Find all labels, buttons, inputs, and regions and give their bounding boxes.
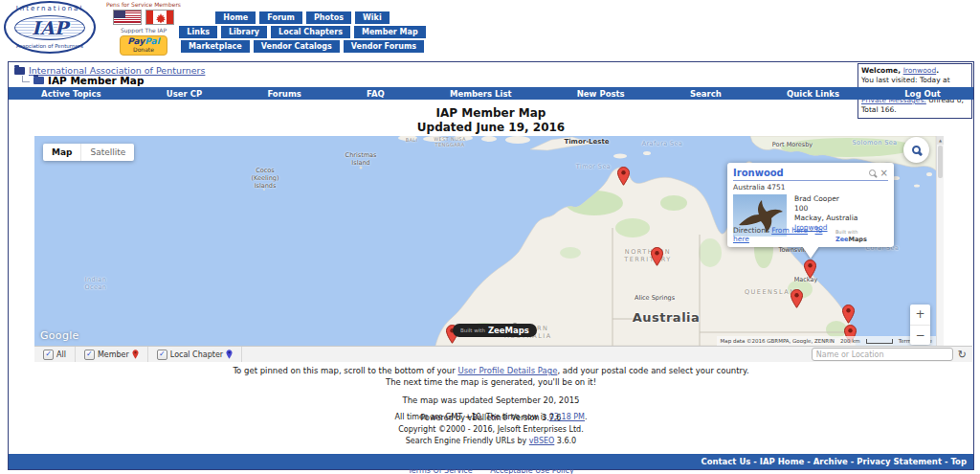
us-flag-icon [113, 10, 142, 25]
member-name: Brad Cooper [794, 194, 858, 204]
nav-vendor-catalogs[interactable]: Vendor Catalogs [254, 40, 340, 53]
local-chapter-checkbox[interactable] [157, 350, 167, 360]
nav-forum[interactable]: Forum [259, 11, 302, 24]
filter-all[interactable]: All [34, 347, 76, 362]
breadcrumb: International Association of Penturners … [9, 62, 973, 87]
map-search-button[interactable] [903, 137, 929, 163]
paypal-donate-button[interactable]: PayPal Donate [120, 35, 167, 56]
map-info-window: Ironwood × Australia 4751 Brad Cooper [727, 163, 894, 247]
map-marker[interactable] [617, 167, 630, 186]
scale-bar [866, 339, 893, 344]
nav-marketplace[interactable]: Marketplace [181, 40, 250, 53]
navbar-faq[interactable]: FAQ [367, 89, 385, 99]
search-icon [912, 146, 921, 154]
contact-us-link[interactable]: Contact Us [701, 457, 750, 466]
refresh-icon[interactable]: ↻ [958, 350, 967, 360]
logo-text-association: Association of Penturners [6, 43, 94, 49]
nav-home[interactable]: Home [215, 11, 256, 24]
map-marker[interactable] [842, 305, 855, 324]
folder-icon [14, 67, 25, 75]
iap-logo[interactable]: International IAP Association of Penturn… [4, 1, 96, 54]
map-marker[interactable] [651, 247, 663, 266]
paypal-logo: PayPal [121, 37, 167, 46]
bottom-link-bar: Contact Us - IAP Home - Archive - Privac… [9, 454, 973, 469]
map-attribution: Map data ©2016 GBRMPA, Google, ZENRIN 20… [717, 336, 936, 346]
attribution-text: Map data ©2016 GBRMPA, Google, ZENRIN [721, 338, 835, 344]
embed-scrollbar[interactable]: ▲ [936, 136, 944, 346]
nav-library[interactable]: Library [221, 26, 267, 38]
scrollbar-thumb[interactable] [938, 146, 943, 178]
powered-by-text: Powered by vBulletin® Version 3.7.6 [9, 413, 973, 424]
member-number: 100 [794, 204, 858, 214]
top-link[interactable]: Top [950, 457, 967, 466]
directions-from-link[interactable]: From here [771, 226, 808, 235]
map-canvas[interactable]: Map Satellite + − Google Map data ©2016 … [34, 136, 936, 346]
filter-local-chapter[interactable]: Local Chapter [148, 347, 242, 362]
logo-text-international: International [6, 5, 94, 12]
zoom-in-button[interactable]: + [910, 305, 930, 326]
scale-text: 200 km [840, 338, 860, 344]
nav-local-chapters[interactable]: Local Chapters [271, 26, 350, 38]
user-profile-details-link[interactable]: User Profile Details Page [457, 366, 557, 375]
map-updated-text: The map was updated September 20, 2015 [9, 395, 973, 406]
navbar-forums[interactable]: Forums [267, 89, 301, 99]
red-pin-icon [132, 350, 139, 359]
navbar-search[interactable]: Search [690, 89, 722, 99]
member-checkbox[interactable] [84, 350, 95, 360]
archive-link[interactable]: Archive [813, 457, 848, 466]
nav-vendor-forums[interactable]: Vendor Forums [344, 40, 424, 53]
built-with-zeemaps: Built with ZeeMaps [835, 228, 888, 243]
corner-branch-icon [22, 76, 30, 82]
member-city: Mackay, Australia [794, 214, 858, 223]
navbar-quick-links[interactable]: Quick Links [787, 89, 839, 99]
map-type-map-button[interactable]: Map [43, 144, 81, 161]
top-navigation: Home Forum Photos Wiki Links Library Loc… [207, 11, 398, 55]
service-members-title: Pens for Service Members [103, 1, 184, 8]
scrollbar-up-arrow-icon[interactable]: ▲ [937, 136, 944, 145]
notes-line2: The next time the map is generated, you'… [9, 376, 973, 388]
iap-logo-oval: International IAP Association of Penturn… [4, 1, 96, 54]
nav-wiki[interactable]: Wiki [355, 11, 390, 24]
all-checkbox[interactable] [43, 350, 54, 360]
nav-photos[interactable]: Photos [306, 11, 351, 24]
info-window-location: Australia 4751 [733, 183, 888, 192]
nav-links[interactable]: Links [179, 26, 217, 38]
navbar-new-posts[interactable]: New Posts [577, 89, 625, 99]
zeemaps-widget: Map Satellite + − Google Map data ©2016 … [34, 136, 972, 362]
navbar-log-out[interactable]: Log Out [904, 89, 941, 99]
zeemaps-brand: ZeeMaps [488, 326, 529, 335]
google-logo[interactable]: Google [40, 329, 79, 342]
vbseo-link[interactable]: vBSEO [529, 437, 555, 445]
site-header: International IAP Association of Penturn… [0, 0, 980, 59]
filter-member[interactable]: Member [76, 347, 148, 362]
zeemaps-tooltip: Built with ZeeMaps [453, 324, 537, 337]
navbar-active-topics[interactable]: Active Topics [41, 89, 100, 99]
map-type-satellite-button[interactable]: Satellite [81, 144, 134, 161]
directions-label: Directions [733, 226, 771, 235]
nav-member-map[interactable]: Member Map [354, 26, 426, 38]
privacy-statement-link[interactable]: Privacy Statement [857, 457, 942, 466]
map-heading: IAP Member Map Updated June 19, 2016 [9, 106, 973, 135]
info-search-icon[interactable] [869, 169, 876, 176]
map-type-control: Map Satellite [43, 144, 134, 161]
navbar-members-list[interactable]: Members List [450, 89, 512, 99]
welcome-username-link[interactable]: Ironwood [903, 66, 937, 75]
close-icon[interactable]: × [880, 169, 888, 177]
forum-navbar: Active Topics User CP Forums FAQ Members… [9, 87, 973, 100]
donate-label: Donate [121, 46, 167, 53]
service-members-block: Pens for Service Members Support The IAP… [103, 1, 184, 56]
page-icon [33, 77, 44, 84]
navbar-user-cp[interactable]: User CP [167, 89, 202, 99]
iap-home-link[interactable]: IAP Home [760, 457, 805, 466]
map-subtitle: Updated June 19, 2016 [9, 121, 973, 135]
zoom-out-button[interactable]: − [910, 326, 930, 346]
canada-flag-icon [145, 10, 174, 25]
map-marker[interactable] [791, 289, 803, 308]
map-marker[interactable] [804, 260, 816, 279]
welcome-greeting: Welcome, [861, 66, 903, 75]
map-title: IAP Member Map [9, 106, 973, 121]
copyright-text: Copyright ©2000 - 2016, Jelsoft Enterpri… [9, 424, 973, 436]
main-content-box: International Association of Penturners … [8, 61, 974, 470]
page-title: IAP Member Map [48, 75, 144, 86]
map-search-input[interactable] [812, 348, 953, 361]
